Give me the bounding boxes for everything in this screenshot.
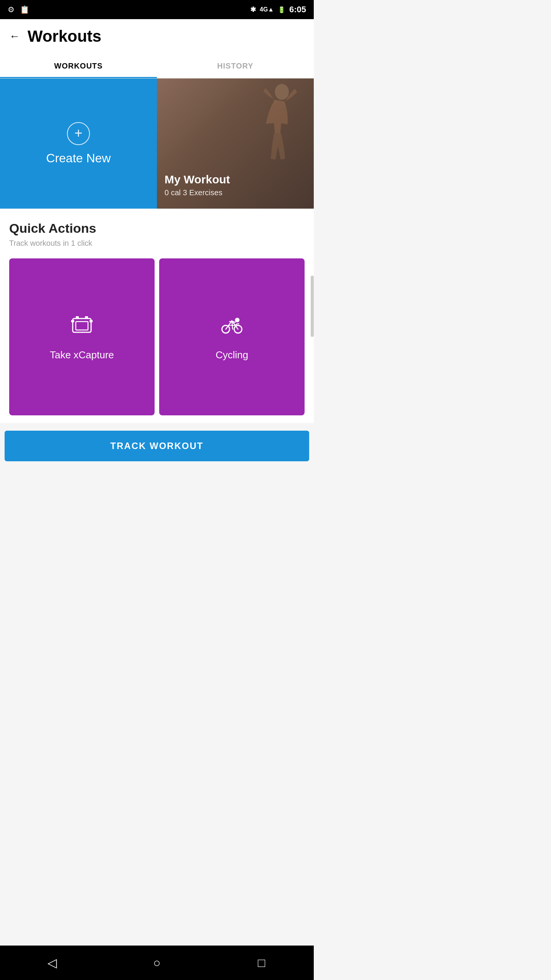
status-bar: ⚙ 📋 ✱ 4G▲ 🔋 6:05 — [0, 0, 314, 19]
svg-rect-4 — [90, 320, 93, 322]
status-bar-right: ✱ 4G▲ 🔋 6:05 — [250, 5, 306, 15]
quick-actions-subtitle: Track workouts in 1 click — [9, 239, 305, 248]
create-new-icon — [67, 122, 90, 145]
create-new-card[interactable]: Create New — [0, 78, 157, 209]
svg-rect-6 — [85, 316, 88, 318]
back-button[interactable]: ← — [9, 30, 20, 42]
tab-workouts[interactable]: WORKOUTS — [0, 54, 157, 78]
clock: 6:05 — [289, 5, 306, 15]
tab-history[interactable]: HISTORY — [157, 54, 314, 78]
svg-rect-2 — [76, 322, 88, 330]
track-workout-button[interactable]: TRACK WORKOUT — [5, 431, 309, 461]
workout-meta: 0 cal 3 Exercises — [165, 188, 230, 197]
svg-rect-3 — [71, 320, 74, 322]
page-title: Workouts — [28, 27, 101, 46]
svg-rect-5 — [76, 316, 79, 318]
workout-cards-row: Create New My Workout 0 cal 3 Exercises — [0, 78, 314, 209]
my-workout-card[interactable]: My Workout 0 cal 3 Exercises — [157, 78, 314, 209]
battery-icon: 🔋 — [278, 6, 285, 13]
quick-card-xcapture[interactable]: Take xCapture — [9, 258, 155, 415]
quick-actions-grid: Take xCapture — [9, 258, 305, 415]
cycling-icon — [220, 313, 243, 341]
scrollbar[interactable] — [311, 276, 314, 337]
quick-card-cycling[interactable]: Cycling — [159, 258, 305, 415]
create-new-label: Create New — [46, 151, 111, 165]
main-content: Quick Actions Track workouts in 1 click … — [0, 209, 314, 423]
capture-icon — [70, 313, 93, 341]
clipboard-icon: 📋 — [20, 5, 29, 14]
settings-icon: ⚙ — [8, 5, 15, 14]
signal-4g-icon: 4G▲ — [260, 6, 274, 13]
workout-figure — [245, 82, 306, 178]
cycling-label: Cycling — [215, 349, 248, 361]
status-bar-left: ⚙ 📋 — [8, 5, 29, 14]
svg-point-0 — [275, 84, 289, 100]
header: ← Workouts — [0, 19, 314, 54]
xcapture-label: Take xCapture — [50, 349, 114, 361]
quick-actions-title: Quick Actions — [9, 221, 305, 236]
my-workout-info: My Workout 0 cal 3 Exercises — [165, 173, 230, 197]
tabs-container: WORKOUTS HISTORY — [0, 54, 314, 78]
workout-name: My Workout — [165, 173, 230, 186]
bluetooth-icon: ✱ — [250, 5, 256, 14]
